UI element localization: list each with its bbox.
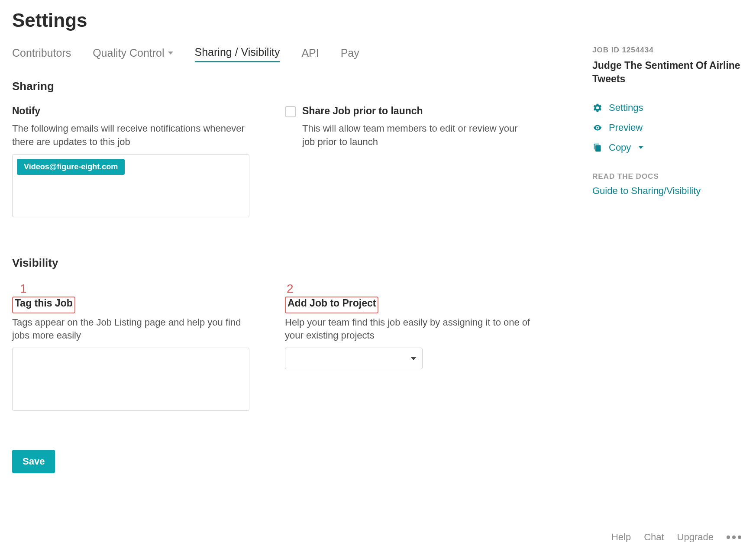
more-menu-icon[interactable] (727, 536, 741, 539)
project-select[interactable] (285, 348, 423, 369)
copy-icon (592, 142, 603, 153)
share-prior-desc: This will allow team members to edit or … (302, 122, 532, 149)
visibility-heading: Visibility (12, 256, 566, 270)
notify-title: Notify (12, 105, 40, 117)
email-chip[interactable]: Videos@figure-eight.com (17, 159, 125, 175)
add-project-desc: Help your team find this job easily by a… (285, 316, 532, 343)
callout-highlight-tag-job: Tag this Job (12, 297, 75, 313)
section-sharing: Sharing Notify The following emails will… (12, 80, 566, 217)
footer-help-link[interactable]: Help (611, 532, 631, 542)
footer-chat-link[interactable]: Chat (644, 532, 664, 542)
sidebar-link-copy[interactable]: Copy (592, 138, 744, 158)
caret-down-icon (411, 357, 416, 360)
docs-heading: READ THE DOCS (592, 172, 744, 181)
tag-job-desc: Tags appear on the Job Listing page and … (12, 316, 259, 343)
gear-icon (592, 103, 603, 113)
job-id-label: JOB ID 1254434 (592, 46, 744, 55)
chevron-down-icon (168, 52, 173, 55)
add-project-title: Add Job to Project (288, 297, 376, 309)
share-prior-title: Share Job prior to launch (302, 105, 423, 117)
settings-tabs: Contributors Quality Control Sharing / V… (12, 46, 566, 62)
tab-quality-control-label: Quality Control (93, 47, 164, 59)
tab-api[interactable]: API (301, 47, 319, 62)
tag-job-input[interactable] (12, 348, 249, 411)
sidebar-link-preview-label: Preview (609, 122, 643, 133)
callout-number-1: 1 (20, 282, 259, 296)
share-prior-checkbox[interactable] (285, 106, 296, 117)
tag-job-title: Tag this Job (15, 297, 73, 309)
sidebar-link-copy-label: Copy (609, 142, 631, 153)
sidebar-link-preview[interactable]: Preview (592, 118, 744, 138)
page-title: Settings (12, 10, 744, 31)
tab-quality-control[interactable]: Quality Control (93, 47, 173, 62)
save-button[interactable]: Save (12, 450, 55, 473)
docs-link-sharing-visibility[interactable]: Guide to Sharing/Visibility (592, 185, 744, 197)
job-title: Judge The Sentiment Of Airline Tweets (592, 59, 744, 86)
sharing-heading: Sharing (12, 80, 566, 93)
caret-down-icon (639, 146, 643, 149)
sidebar: JOB ID 1254434 Judge The Sentiment Of Ai… (592, 46, 744, 473)
tab-sharing-visibility[interactable]: Sharing / Visibility (195, 46, 280, 62)
sidebar-link-settings-label: Settings (609, 102, 643, 113)
notify-desc: The following emails will receive notifi… (12, 122, 259, 149)
tab-contributors[interactable]: Contributors (12, 47, 71, 62)
callout-highlight-add-project: Add Job to Project (285, 297, 378, 313)
callout-number-2: 2 (287, 282, 532, 296)
footer: Help Chat Upgrade (611, 532, 741, 542)
eye-icon (592, 123, 603, 133)
footer-upgrade-link[interactable]: Upgrade (677, 532, 714, 542)
tab-pay[interactable]: Pay (341, 47, 359, 62)
notify-email-input[interactable]: Videos@figure-eight.com (12, 154, 249, 217)
sidebar-link-settings[interactable]: Settings (592, 98, 744, 118)
section-visibility: Visibility 1 Tag this Job Tags appear on… (12, 256, 566, 411)
